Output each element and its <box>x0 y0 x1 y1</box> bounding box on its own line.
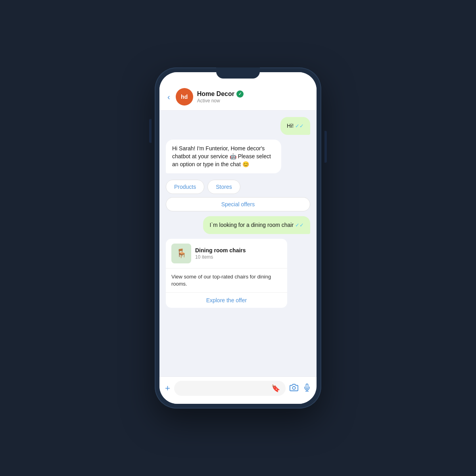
product-action: Explore the offer <box>166 293 287 308</box>
chat-area: Hi! ✓✓ Hi Sarah! I'm Funterior, Home dec… <box>159 111 317 376</box>
product-card: 🪑 Dining room chairs 10 items View some … <box>166 239 287 308</box>
contact-status: Active now <box>197 98 310 104</box>
header-info: Home Decor ✓ Active now <box>197 90 310 104</box>
product-card-header: 🪑 Dining room chairs 10 items <box>166 239 287 269</box>
phone-screen: ‹ hd Home Decor ✓ Active now Hi! ✓✓ <box>159 72 317 404</box>
bubble-out-1: Hi! ✓✓ <box>280 117 310 135</box>
product-count: 10 items <box>195 254 282 260</box>
sticker-icon[interactable]: 🔖 <box>271 384 280 393</box>
plus-button[interactable]: + <box>165 383 170 393</box>
product-card-row: 🪑 Dining room chairs 10 items View some … <box>166 239 310 308</box>
quick-reply-products[interactable]: Products <box>166 180 204 194</box>
product-thumbnail: 🪑 <box>171 244 191 263</box>
mic-button[interactable] <box>303 383 311 394</box>
read-receipt-1: ✓✓ <box>295 123 304 129</box>
verified-badge: ✓ <box>236 90 244 98</box>
phone-notch <box>216 67 260 79</box>
quick-reply-special-offers[interactable]: Special offers <box>166 197 310 211</box>
phone-frame: ‹ hd Home Decor ✓ Active now Hi! ✓✓ <box>155 67 321 409</box>
quick-replies: Products Stores Special offers <box>166 180 310 211</box>
camera-button[interactable] <box>290 383 298 394</box>
input-bar: + 🔖 <box>159 376 317 404</box>
input-icons <box>290 383 311 394</box>
quick-reply-stores[interactable]: Stores <box>207 180 240 194</box>
explore-offer-link[interactable]: Explore the offer <box>206 297 247 303</box>
bubble-out-2: I`m looking for a dining room chair ✓✓ <box>203 216 310 234</box>
bubble-in-1: Hi Sarah! I'm Funterior, Home decor's ch… <box>166 140 281 173</box>
back-button[interactable]: ‹ <box>166 91 172 103</box>
text-input-wrap: 🔖 <box>174 381 286 396</box>
incoming-message-1: Hi Sarah! I'm Funterior, Home decor's ch… <box>166 140 310 173</box>
contact-name: Home Decor ✓ <box>197 90 310 98</box>
product-title: Dining room chairs <box>195 247 282 253</box>
outgoing-message-1: Hi! ✓✓ <box>166 117 310 135</box>
avatar: hd <box>176 88 193 106</box>
outgoing-message-2: I`m looking for a dining room chair ✓✓ <box>166 216 310 234</box>
read-receipt-2: ✓✓ <box>295 222 304 228</box>
svg-point-0 <box>292 386 295 389</box>
message-input[interactable] <box>180 385 269 392</box>
product-description: View some of our top-rated chairs for di… <box>166 269 287 293</box>
product-info: Dining room chairs 10 items <box>195 247 282 260</box>
